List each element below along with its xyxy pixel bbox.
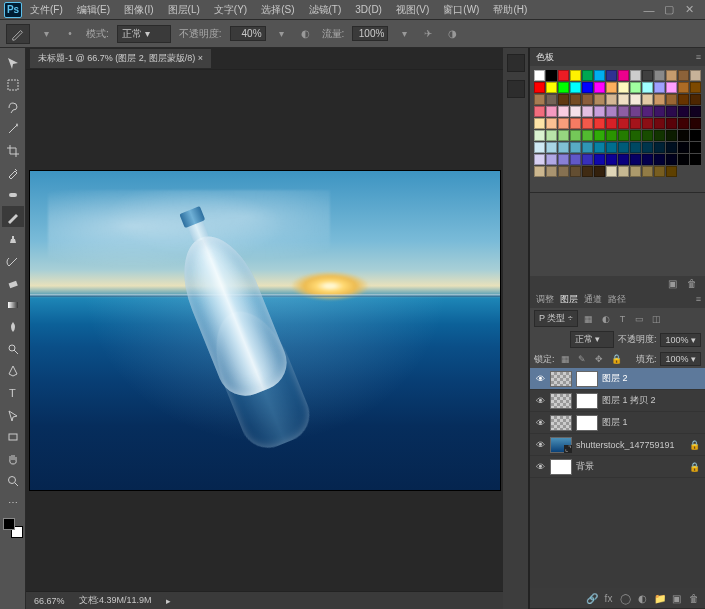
swatch[interactable] — [654, 142, 665, 153]
type-tool[interactable]: T — [2, 382, 24, 403]
swatch[interactable] — [534, 166, 545, 177]
healing-brush-tool[interactable] — [2, 184, 24, 205]
menu-filter[interactable]: 滤镜(T) — [303, 1, 348, 19]
new-layer-icon[interactable]: ▣ — [670, 592, 683, 605]
swatch[interactable] — [546, 142, 557, 153]
swatch[interactable] — [594, 166, 605, 177]
layer-kind-filter[interactable]: P 类型 ÷ — [534, 310, 578, 327]
document-tab[interactable]: 未标题-1 @ 66.7% (图层 2, 图层蒙版/8) × — [30, 49, 211, 68]
swatch[interactable] — [690, 94, 701, 105]
minimize-button[interactable]: — — [643, 4, 655, 16]
swatch[interactable] — [534, 82, 545, 93]
swatch[interactable] — [546, 130, 557, 141]
swatch[interactable] — [690, 106, 701, 117]
edit-toolbar[interactable]: ⋯ — [2, 492, 24, 513]
mask-thumb[interactable] — [576, 393, 598, 409]
mask-thumb[interactable] — [576, 415, 598, 431]
mask-thumb[interactable] — [576, 371, 598, 387]
menu-view[interactable]: 视图(V) — [390, 1, 435, 19]
swatch[interactable] — [582, 142, 593, 153]
swatch[interactable] — [546, 166, 557, 177]
blend-mode-select[interactable]: 正常 ▾ — [117, 25, 171, 43]
swatch[interactable] — [606, 106, 617, 117]
swatch[interactable] — [630, 142, 641, 153]
collapsed-panel-icon[interactable] — [507, 80, 525, 98]
swatch[interactable] — [654, 94, 665, 105]
chevron-down-icon[interactable]: ▾ — [38, 26, 54, 42]
visibility-toggle[interactable]: 👁 — [534, 439, 546, 451]
hand-tool[interactable] — [2, 448, 24, 469]
menu-text[interactable]: 文字(Y) — [208, 1, 253, 19]
swatch[interactable] — [594, 70, 605, 81]
swatch[interactable] — [654, 166, 665, 177]
swatch[interactable] — [678, 106, 689, 117]
layer-thumb[interactable] — [550, 415, 572, 431]
swatch[interactable] — [666, 130, 677, 141]
layer-row[interactable]: 👁 图层 1 拷贝 2 — [530, 390, 705, 412]
swatch[interactable] — [630, 70, 641, 81]
swatch[interactable] — [666, 70, 677, 81]
swatch[interactable] — [534, 118, 545, 129]
layer-thumb[interactable] — [550, 371, 572, 387]
swatch[interactable] — [666, 94, 677, 105]
lock-position-icon[interactable]: ✥ — [593, 353, 606, 366]
swatch[interactable] — [558, 142, 569, 153]
mask-icon[interactable]: ◯ — [619, 592, 632, 605]
restore-button[interactable]: ▢ — [663, 4, 675, 16]
swatch[interactable] — [594, 94, 605, 105]
swatch[interactable] — [618, 166, 629, 177]
layer-thumb[interactable] — [550, 459, 572, 475]
swatch[interactable] — [666, 154, 677, 165]
swatch[interactable] — [558, 82, 569, 93]
swatch[interactable] — [582, 166, 593, 177]
swatch[interactable] — [666, 166, 677, 177]
swatch[interactable] — [582, 106, 593, 117]
zoom-readout[interactable]: 66.67% — [34, 596, 65, 606]
swatch[interactable] — [606, 130, 617, 141]
swatch[interactable] — [582, 154, 593, 165]
swatch[interactable] — [558, 118, 569, 129]
swatch[interactable] — [642, 142, 653, 153]
pen-tool[interactable] — [2, 360, 24, 381]
swatch[interactable] — [654, 154, 665, 165]
lock-pixels-icon[interactable]: ✎ — [576, 353, 589, 366]
tab-swatches[interactable]: 色板 — [536, 51, 554, 64]
layer-name[interactable]: 图层 2 — [602, 372, 701, 385]
layer-name[interactable]: 图层 1 拷贝 2 — [602, 394, 701, 407]
menu-image[interactable]: 图像(I) — [118, 1, 159, 19]
new-swatch-icon[interactable]: ▣ — [665, 276, 679, 290]
swatch[interactable] — [678, 154, 689, 165]
swatch[interactable] — [570, 94, 581, 105]
swatch[interactable] — [534, 94, 545, 105]
foreground-background-swatch[interactable] — [3, 518, 23, 538]
swatch[interactable] — [558, 106, 569, 117]
layer-fill-input[interactable]: 100% ▾ — [660, 352, 701, 366]
swatch[interactable] — [630, 154, 641, 165]
link-layers-icon[interactable]: 🔗 — [585, 592, 598, 605]
swatch[interactable] — [618, 82, 629, 93]
swatch[interactable] — [654, 82, 665, 93]
marquee-tool[interactable] — [2, 74, 24, 95]
swatch[interactable] — [690, 70, 701, 81]
visibility-toggle[interactable]: 👁 — [534, 417, 546, 429]
swatch[interactable] — [666, 82, 677, 93]
filter-shape-icon[interactable]: ▭ — [633, 312, 646, 325]
swatch[interactable] — [618, 154, 629, 165]
swatch[interactable] — [534, 142, 545, 153]
layer-row[interactable]: 👁 图层 1 — [530, 412, 705, 434]
close-button[interactable]: ✕ — [683, 4, 695, 16]
swatch[interactable] — [582, 94, 593, 105]
swatch[interactable] — [642, 106, 653, 117]
fx-icon[interactable]: fx — [602, 592, 615, 605]
trash-icon[interactable]: 🗑 — [687, 592, 700, 605]
swatch[interactable] — [546, 106, 557, 117]
swatch[interactable] — [618, 130, 629, 141]
swatch[interactable] — [654, 106, 665, 117]
swatch[interactable] — [546, 82, 557, 93]
swatch[interactable] — [678, 82, 689, 93]
lock-all-icon[interactable]: 🔒 — [610, 353, 623, 366]
swatch[interactable] — [594, 142, 605, 153]
swatch[interactable] — [642, 70, 653, 81]
swatch[interactable] — [570, 154, 581, 165]
swatch[interactable] — [630, 94, 641, 105]
